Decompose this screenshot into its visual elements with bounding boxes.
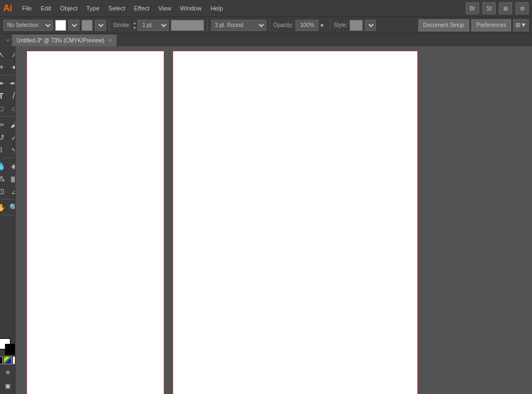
magic-wand-tool[interactable]: ✦: [8, 61, 15, 73]
color-section: ⊙ ⊗ ⊕ ▣: [0, 334, 15, 394]
menu-window[interactable]: Window: [176, 3, 206, 14]
direct-select-tool[interactable]: ↗: [8, 48, 15, 61]
stroke-color-box[interactable]: [82, 20, 93, 31]
fill-stroke-box: [0, 338, 15, 355]
transform-tools-row: ↺ ⤢: [0, 131, 15, 143]
main-area: ↖ ↗ ⌖ ✦ ✒ ✒+ T / □ ○ ✏ 🖌 ↺ ⤢ ⌇: [0, 46, 532, 394]
rotate-tool[interactable]: ↺: [0, 131, 7, 143]
artboard-tool[interactable]: ⊡: [0, 185, 7, 197]
select-tools-row: ↖ ↗: [0, 48, 15, 61]
layout-button[interactable]: ⊞: [499, 2, 512, 14]
style-dropdown[interactable]: ▼: [365, 20, 376, 31]
stroke-unit-dropdown[interactable]: ▼: [158, 20, 169, 31]
stroke-type-dropdown[interactable]: ▼: [95, 20, 106, 31]
stroke-cap-dropdown[interactable]: 3 pt. Round: [211, 20, 266, 31]
rect-tool[interactable]: □: [0, 102, 7, 115]
toolbox: ↖ ↗ ⌖ ✦ ✒ ✒+ T / □ ○ ✏ 🖌 ↺ ⤢ ⌇: [0, 46, 15, 394]
line-tool[interactable]: /: [8, 90, 15, 102]
artboard-2: [173, 51, 418, 394]
collapse-panels-button[interactable]: «: [4, 37, 12, 43]
document-tab-title: Untitled-3* @ 73% (CMYK/Preview): [17, 37, 104, 44]
app-logo: Ai: [3, 3, 12, 13]
menu-type[interactable]: Type: [82, 3, 104, 14]
warp-tool[interactable]: ⌇: [0, 144, 7, 156]
opacity-arrow[interactable]: ▶: [321, 23, 326, 28]
document-setup-button[interactable]: Document Setup: [418, 19, 470, 31]
fill-color-box[interactable]: [55, 20, 66, 31]
type-tools-row: T /: [0, 90, 15, 102]
options-toolbar: No Selection ▼ ▼ Stroke: ▲ ▼ ▼ 3 pt. Rou…: [0, 17, 532, 33]
divider4: [330, 20, 330, 31]
artboard-tools-row: ⊡ ⊿: [0, 185, 15, 197]
menu-view[interactable]: View: [154, 3, 176, 14]
close-tab-button[interactable]: ×: [109, 37, 112, 44]
opacity-input[interactable]: [295, 20, 319, 31]
color-none-btn[interactable]: [0, 357, 3, 364]
stroke-preview: [171, 20, 204, 31]
pencil-tool[interactable]: ✏: [0, 118, 7, 131]
brush-tool[interactable]: 🖌: [8, 118, 15, 131]
draw-tools-row: ✏ 🖌: [0, 118, 15, 131]
type-tool[interactable]: T: [0, 90, 7, 102]
tool-sep3: [2, 158, 14, 158]
stroke-label: Stroke:: [113, 22, 131, 28]
artboard-1: [26, 51, 164, 394]
draw-normal-btn[interactable]: ⊙: [0, 366, 1, 378]
draw-behind-btn[interactable]: ⊗: [2, 366, 14, 378]
menu-help[interactable]: Help: [206, 3, 228, 14]
eyedrop-tools-row: 💧 ◈: [0, 160, 15, 172]
selection-dropdown[interactable]: No Selection: [3, 20, 53, 31]
scale-tool[interactable]: ⤢: [8, 131, 15, 143]
symbol-tools-row: ⁂ ▦: [0, 172, 15, 185]
lasso-tools-row: ⌖ ✦: [0, 61, 15, 73]
extension-button[interactable]: ⚙: [515, 2, 529, 14]
menu-edit[interactable]: Edit: [36, 3, 56, 14]
shape-tools-row: □ ○: [0, 102, 15, 115]
eyedropper-tool[interactable]: 💧: [0, 160, 7, 172]
bridge-button[interactable]: Br: [466, 2, 479, 14]
menu-object[interactable]: Object: [56, 3, 82, 14]
pen-tool[interactable]: ✒: [0, 77, 7, 89]
color-mode-row: [0, 357, 15, 364]
pen-add-tool[interactable]: ✒+: [8, 77, 15, 89]
screen-mode-btn[interactable]: ▣: [2, 380, 14, 392]
canvas-area: [15, 46, 532, 394]
chart-tool[interactable]: ▦: [8, 172, 15, 185]
stroke-spinners[interactable]: ▲ ▼: [133, 20, 137, 30]
draw-mode-row: ⊙ ⊗ ⊕: [0, 366, 15, 378]
divider2: [207, 20, 208, 31]
fill-type-dropdown[interactable]: ▼: [68, 20, 79, 31]
free-transform-tool[interactable]: ⤡: [8, 144, 15, 156]
lasso-tool[interactable]: ⌖: [0, 61, 7, 73]
document-tab[interactable]: Untitled-3* @ 73% (CMYK/Preview) ×: [12, 34, 117, 46]
style-label: Style:: [334, 22, 347, 28]
divider1: [109, 20, 110, 31]
tool-sep2: [2, 116, 14, 117]
divider3: [270, 20, 270, 31]
style-box[interactable]: [350, 20, 363, 31]
menu-file[interactable]: File: [18, 3, 36, 14]
symbol-tool[interactable]: ⁂: [0, 172, 7, 185]
tool-sep1: [2, 75, 14, 75]
menu-select[interactable]: Select: [104, 3, 130, 14]
select-tool[interactable]: ↖: [0, 48, 7, 61]
opacity-label: Opacity:: [273, 22, 294, 28]
tool-sep4: [2, 199, 14, 199]
menubar: Ai File Edit Object Type Select Effect V…: [0, 0, 532, 17]
pen-tools-row: ✒ ✒+: [0, 77, 15, 89]
stroke-swatch[interactable]: [5, 344, 16, 355]
stock-button[interactable]: St: [482, 2, 496, 14]
blend-tool[interactable]: ◈: [8, 160, 15, 172]
nav-tools-row: ✋ 🔍: [0, 201, 15, 213]
preferences-button[interactable]: Preferences: [471, 19, 511, 31]
ellipse-tool[interactable]: ○: [8, 102, 15, 115]
warp-tools-row: ⌇ ⤡: [0, 144, 15, 156]
hand-tool[interactable]: ✋: [0, 201, 7, 213]
slice-tool[interactable]: ⊿: [8, 185, 15, 197]
panel-toggle-button[interactable]: ⊞▼: [513, 19, 529, 31]
zoom-tool[interactable]: 🔍: [8, 201, 15, 213]
menu-effect[interactable]: Effect: [130, 3, 154, 14]
tabs-bar: « Untitled-3* @ 73% (CMYK/Preview) ×: [0, 33, 532, 46]
color-gradient-btn[interactable]: [4, 357, 12, 364]
stroke-width-input[interactable]: [137, 20, 157, 31]
